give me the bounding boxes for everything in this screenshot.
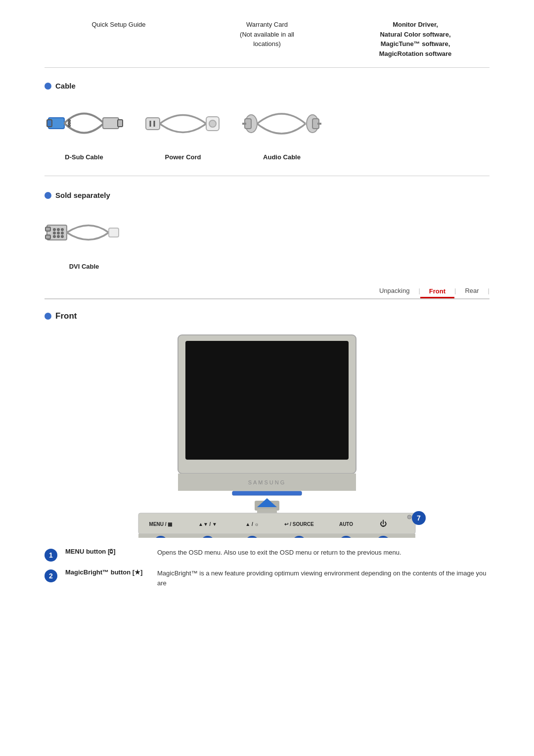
svg-point-11 xyxy=(209,120,216,127)
svg-point-24 xyxy=(53,232,55,234)
svg-point-22 xyxy=(57,229,59,231)
sold-separately-heading: Sold separately xyxy=(44,191,490,199)
button-legend: 1 MENU button [⧮] Opens the OSD menu. Al… xyxy=(44,548,490,588)
cable-heading-label: Cable xyxy=(55,82,76,90)
svg-rect-32 xyxy=(185,341,349,460)
legend-item-2: 2 MagicBright™ button [★] MagicBright™ i… xyxy=(44,568,490,588)
warranty-line1: Warranty Card xyxy=(246,21,288,28)
cable-section: Cable xyxy=(44,82,490,176)
cable-dot-icon xyxy=(44,83,51,90)
tab-front[interactable]: Front xyxy=(420,285,454,298)
sold-separately-section: Sold separately xyxy=(44,191,490,270)
svg-point-28 xyxy=(57,236,59,237)
cable-item-power: Power Cord xyxy=(143,99,222,161)
legend-title-2: MagicBright™ button [★] xyxy=(65,568,149,576)
sold-separately-dot-icon xyxy=(44,192,51,199)
cable-items-row: D-Sub Cable xyxy=(44,99,490,161)
front-section: Front SAMSUNG xyxy=(44,311,490,588)
legend-desc-1: Opens the OSD menu. Also use to exit the… xyxy=(157,548,401,558)
svg-point-4 xyxy=(68,120,70,122)
svg-rect-40 xyxy=(138,513,415,534)
svg-point-29 xyxy=(61,236,63,237)
svg-rect-47 xyxy=(138,534,415,538)
power-cord-icon xyxy=(143,99,222,148)
header-row: Quick Setup Guide Warranty Card (Not ava… xyxy=(44,20,490,68)
cable-item-dvi: DVI Cable xyxy=(44,208,124,270)
monitor-illustration: SAMSUNG MENU / ▦ ▲▼ / ▼ ▲ / ☼ ↩ / SOURCE… xyxy=(94,330,440,538)
svg-text:SAMSUNG: SAMSUNG xyxy=(248,479,286,485)
software-line1: Monitor Driver, xyxy=(393,21,438,28)
header-col-setup: Quick Setup Guide xyxy=(44,20,193,30)
legend-num-2: 2 xyxy=(44,569,57,582)
cable-item-dsub: D-Sub Cable xyxy=(44,99,124,161)
svg-text:7: 7 xyxy=(417,514,421,522)
legend-desc-2: MagicBright™ is a new feature providing … xyxy=(157,568,490,588)
legend-title-1: MENU button [⧮] xyxy=(65,548,149,555)
front-heading-label: Front xyxy=(55,311,77,321)
svg-text:▲▼ / ▼: ▲▼ / ▼ xyxy=(198,521,217,527)
tab-unpacking[interactable]: Unpacking xyxy=(370,285,418,296)
sold-separately-items: DVI Cable xyxy=(44,208,490,270)
svg-point-25 xyxy=(57,232,59,234)
svg-text:▲ / ☼: ▲ / ☼ xyxy=(245,521,259,527)
audio-cable-label: Audio Cable xyxy=(263,153,301,161)
svg-rect-3 xyxy=(118,120,123,127)
dvi-cable-icon xyxy=(44,208,124,258)
svg-rect-30 xyxy=(109,228,119,237)
svg-rect-35 xyxy=(232,491,302,495)
svg-rect-1 xyxy=(47,120,52,127)
svg-rect-19 xyxy=(45,227,50,231)
svg-point-6 xyxy=(68,125,70,127)
svg-point-5 xyxy=(68,122,70,124)
svg-point-21 xyxy=(53,229,55,231)
legend-num-1: 1 xyxy=(44,549,57,562)
front-heading: Front xyxy=(44,311,490,321)
sold-separately-label: Sold separately xyxy=(55,191,110,199)
setup-guide-label: Quick Setup Guide xyxy=(91,21,145,28)
svg-rect-20 xyxy=(45,235,50,239)
legend-item-1: 1 MENU button [⧮] Opens the OSD menu. Al… xyxy=(44,548,490,562)
monitor-container: SAMSUNG MENU / ▦ ▲▼ / ▼ ▲ / ☼ ↩ / SOURCE… xyxy=(44,330,490,538)
tab-sep-3: | xyxy=(488,287,490,294)
cable-item-audio: Audio Cable xyxy=(242,99,321,161)
audio-cable-icon xyxy=(242,99,321,148)
svg-point-26 xyxy=(61,232,63,234)
svg-point-23 xyxy=(61,229,63,231)
dsub-cable-label: D-Sub Cable xyxy=(65,153,103,161)
tab-rear[interactable]: Rear xyxy=(456,285,488,296)
warranty-line2: (Not available in all xyxy=(240,31,294,38)
svg-text:↩ / SOURCE: ↩ / SOURCE xyxy=(284,521,313,527)
software-line4: MagicRotation software xyxy=(379,50,452,57)
svg-point-27 xyxy=(53,236,55,237)
svg-rect-7 xyxy=(146,118,160,130)
header-col-software: Monitor Driver, Natural Color software, … xyxy=(341,20,490,58)
front-dot-icon xyxy=(44,313,51,320)
svg-rect-2 xyxy=(103,118,119,129)
software-line3: MagicTune™ software, xyxy=(381,40,450,47)
svg-text:⏻: ⏻ xyxy=(380,520,387,527)
software-line2: Natural Color software, xyxy=(380,31,450,38)
cable-heading: Cable xyxy=(44,82,490,90)
svg-point-62 xyxy=(407,515,411,519)
dvi-cable-label: DVI Cable xyxy=(69,263,99,270)
power-cord-label: Power Cord xyxy=(165,153,201,161)
svg-text:MENU / ▦: MENU / ▦ xyxy=(149,521,173,527)
header-col-warranty: Warranty Card (Not available in all loca… xyxy=(193,20,341,49)
warranty-line3: locations) xyxy=(253,40,281,47)
nav-tabs: Unpacking | Front | Rear | xyxy=(44,285,490,299)
dsub-cable-icon xyxy=(44,99,124,148)
svg-text:AUTO: AUTO xyxy=(339,521,353,527)
